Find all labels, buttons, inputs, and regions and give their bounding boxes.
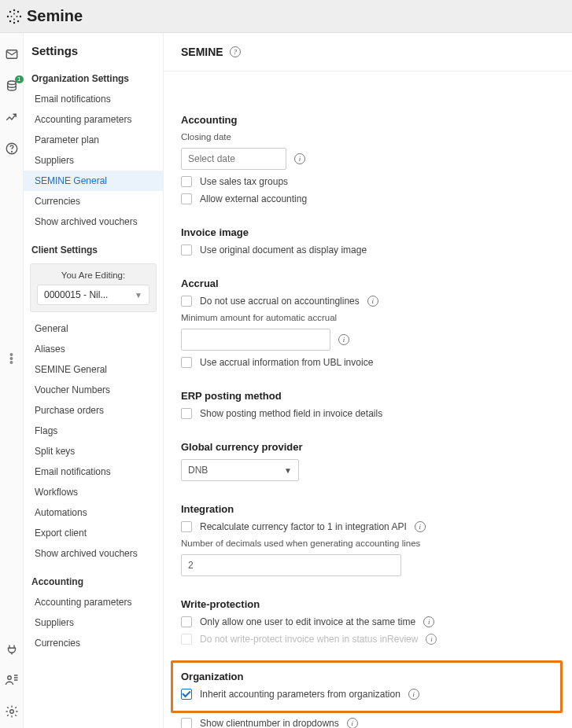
group-title-write-protection: Write-protection — [181, 598, 555, 610]
info-icon[interactable]: i — [423, 616, 434, 627]
group-title-currency: Global currency provider — [181, 441, 555, 453]
nav-split-keys[interactable]: Split keys — [24, 441, 163, 461]
svg-point-9 — [17, 16, 18, 17]
svg-point-15 — [11, 151, 12, 152]
sidebar-title: Settings — [24, 44, 163, 68]
nav-archived-vouchers[interactable]: Show archived vouchers — [24, 211, 163, 232]
svg-point-13 — [7, 81, 16, 85]
chk-allow-external[interactable] — [181, 193, 192, 204]
closing-date-input[interactable] — [181, 148, 286, 170]
nav-workflows[interactable]: Workflows — [24, 482, 163, 502]
nav-purchase-orders[interactable]: Purchase orders — [24, 400, 163, 421]
help-icon[interactable] — [5, 142, 19, 156]
svg-point-8 — [13, 13, 15, 14]
nav-semine-general[interactable]: SEMINE General — [24, 171, 163, 191]
badge-count: 1 — [15, 75, 23, 83]
chk-inherit[interactable] — [181, 689, 192, 700]
chk-only-one[interactable] — [181, 616, 192, 627]
editing-value: 0000015 - Nil... — [44, 289, 108, 300]
nav-suppliers[interactable]: Suppliers — [24, 150, 163, 171]
info-icon[interactable]: i — [338, 334, 349, 345]
chk-use-ubl-label: Use accrual information from UBL invoice — [200, 357, 373, 368]
group-invoice-image: Invoice image Use original document as d… — [181, 226, 555, 256]
nav-client-archived[interactable]: Show archived vouchers — [24, 543, 163, 564]
nav-acc-suppliers[interactable]: Suppliers — [24, 612, 163, 633]
info-icon[interactable]: i — [294, 153, 305, 164]
decimals-input[interactable] — [181, 554, 401, 576]
info-icon[interactable]: i — [426, 634, 437, 645]
plug-icon[interactable] — [5, 642, 19, 656]
group-accrual: Accrual Do not use accrual on accounting… — [181, 278, 555, 368]
group-title-accrual: Accrual — [181, 278, 555, 289]
chk-only-one-label: Only allow one user to edit invoice at t… — [200, 616, 415, 627]
mail-icon[interactable] — [5, 47, 19, 61]
svg-point-5 — [9, 20, 11, 21]
min-amount-input[interactable] — [181, 329, 330, 351]
svg-point-6 — [7, 15, 9, 17]
money-icon[interactable]: 1 — [5, 79, 19, 93]
brand-bar: Semine — [0, 0, 572, 33]
group-title-erp: ERP posting method — [181, 390, 555, 402]
section-client-settings: Client Settings — [24, 240, 163, 260]
nav-automations[interactable]: Automations — [24, 502, 163, 523]
svg-point-17 — [9, 710, 13, 714]
info-icon[interactable]: i — [415, 521, 426, 532]
editing-dropdown[interactable]: 0000015 - Nil... ▼ — [37, 285, 149, 305]
chart-icon[interactable] — [5, 110, 19, 124]
nav-acc-currencies[interactable]: Currencies — [24, 633, 163, 653]
decimals-label: Number of decimals used when generating … — [181, 539, 555, 548]
nav-client-semine-general[interactable]: SEMINE General — [24, 359, 163, 380]
min-amount-label: Minimum amount for automatic accrual — [181, 313, 555, 322]
nav-flags[interactable]: Flags — [24, 421, 163, 441]
nav-email-notifications[interactable]: Email notifications — [24, 89, 163, 109]
settings-sidebar: Settings Organization Settings Email not… — [24, 33, 164, 728]
group-title-accounting: Accounting — [181, 114, 555, 126]
svg-point-2 — [20, 15, 21, 17]
chk-show-clientnum[interactable] — [181, 718, 192, 728]
group-currency: Global currency provider DNB ▼ — [181, 441, 555, 481]
chk-use-ubl[interactable] — [181, 357, 192, 368]
info-icon[interactable]: i — [408, 689, 419, 700]
closing-date-label: Closing date — [181, 132, 555, 142]
chk-show-posting[interactable] — [181, 408, 192, 419]
brand-logo[interactable]: Semine — [6, 7, 83, 25]
nav-currencies[interactable]: Currencies — [24, 191, 163, 211]
chk-use-original[interactable] — [181, 245, 192, 256]
group-title-organization: Organization — [181, 671, 552, 682]
currency-select[interactable]: DNB ▼ — [181, 459, 299, 481]
chk-wp-disabled-label: Do not write-protect invoice when in sta… — [200, 634, 418, 645]
chk-recalc[interactable] — [181, 521, 192, 532]
nav-parameter-plan[interactable]: Parameter plan — [24, 130, 163, 150]
nav-acc-parameters[interactable]: Accounting parameters — [24, 592, 163, 612]
info-icon[interactable]: i — [347, 718, 358, 728]
page-header: SEMINE ? — [164, 33, 572, 72]
group-write-protection: Write-protection Only allow one user to … — [181, 598, 555, 645]
chk-show-posting-label: Show posting method field in invoice det… — [200, 408, 382, 419]
section-org-settings: Organization Settings — [24, 68, 163, 89]
svg-point-7 — [9, 10, 11, 12]
section-accounting: Accounting — [24, 572, 163, 592]
nav-voucher-numbers[interactable]: Voucher Numbers — [24, 380, 163, 400]
more-icon[interactable]: ••• — [9, 353, 13, 365]
main-panel: SEMINE ? Accounting Closing date i Use s… — [164, 33, 572, 728]
chk-wp-disabled — [181, 634, 192, 645]
info-icon[interactable]: i — [367, 296, 378, 307]
svg-point-4 — [13, 21, 15, 23]
chk-use-original-label: Use original document as display image — [200, 245, 367, 256]
nav-general[interactable]: General — [24, 318, 163, 339]
currency-value: DNB — [188, 465, 208, 476]
org-nav-list: Email notifications Accounting parameter… — [24, 89, 163, 232]
chk-no-accrual-label: Do not use accrual on accountinglines — [200, 296, 360, 307]
icon-rail: 1 ••• — [0, 33, 24, 728]
chevron-down-icon: ▼ — [135, 291, 142, 300]
help-icon[interactable]: ? — [230, 46, 241, 57]
nav-accounting-parameters[interactable]: Accounting parameters — [24, 109, 163, 130]
nav-client-email[interactable]: Email notifications — [24, 461, 163, 482]
chk-no-accrual[interactable] — [181, 296, 192, 307]
chevron-down-icon: ▼ — [284, 466, 292, 475]
gear-icon[interactable] — [5, 704, 19, 719]
chk-sales-tax[interactable] — [181, 176, 192, 187]
nav-export-client[interactable]: Export client — [24, 523, 163, 543]
nav-aliases[interactable]: Aliases — [24, 339, 163, 359]
users-icon[interactable] — [5, 673, 19, 687]
